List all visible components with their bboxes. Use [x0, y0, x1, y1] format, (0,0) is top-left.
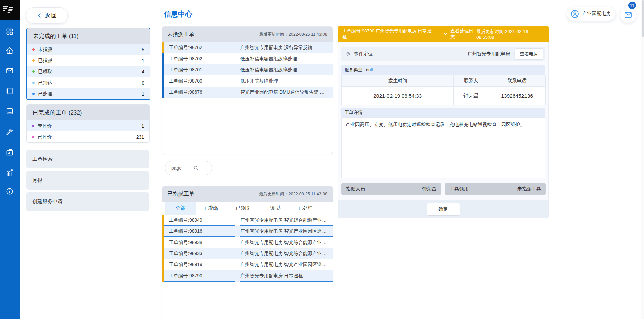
tools-label: 工具领用: [450, 186, 469, 192]
status-filter-row[interactable]: 已领取4: [27, 66, 150, 77]
status-dot: [32, 82, 35, 84]
contact-phone-value: 13926452136: [488, 87, 546, 105]
work-order-id: 工单编号:98919: [164, 259, 235, 270]
status-filter-row[interactable]: 已到达0: [27, 77, 150, 88]
view-process-log-link[interactable]: 查看处理日志: [443, 28, 476, 40]
home-energy-icon[interactable]: [0, 43, 20, 58]
work-order-row[interactable]: 工单编号:98762广州智光专用配电房 运行异常反馈: [162, 42, 333, 53]
confirm-button[interactable]: 确定: [427, 203, 460, 216]
tab-assigned[interactable]: 已指派: [196, 202, 227, 215]
create-service-request-button[interactable]: 创建服务申请: [26, 192, 149, 211]
order-detail-text-box: 产业园高压、专变、低压电房定时巡检检查记录，充电桩充电站巡视检查，园区维护。: [341, 117, 545, 178]
status-filter-row[interactable]: 已处理1: [27, 88, 150, 99]
status-filter-row[interactable]: 已指派1: [27, 55, 150, 66]
detail-footer: 确定: [338, 200, 548, 218]
apps-icon[interactable]: [0, 24, 20, 39]
tab-processed[interactable]: 已处理: [290, 202, 321, 215]
work-order-row[interactable]: 工单编号:98933广州智光专用配电房 智光综合能源产业…: [162, 248, 333, 259]
status-count: 1: [142, 91, 144, 97]
order-detail-label: 工单详情: [345, 109, 362, 116]
unfinished-orders-title: 未完成的工单 (11): [33, 32, 79, 40]
work-order-row[interactable]: 工单编号:98700低压开关故障处理: [162, 75, 333, 87]
status-label: 已到达: [38, 80, 52, 86]
status-count: 5: [142, 47, 144, 52]
work-order-desc: 广州智光专用配电房 智光产业园园区巡…: [240, 259, 333, 270]
tools-pill[interactable]: 工具领用 未指派工具: [445, 183, 546, 195]
work-order-row[interactable]: 工单编号:98949广州智光专用配电房 智光综合能源产业…: [162, 215, 333, 226]
chevron-down-icon: [443, 32, 448, 36]
info-icon[interactable]: [0, 184, 20, 199]
user-avatar-icon: [570, 9, 579, 19]
status-filter-row[interactable]: 已评价231: [27, 131, 149, 142]
last-updated-time: 最后更新时间：2022-08-25 11:43:08: [259, 32, 327, 37]
assignee-label: 指派人员: [346, 186, 365, 192]
occurred-time-value: 2021-02-19 08:54:33: [342, 87, 454, 105]
status-bar: [162, 87, 164, 98]
work-order-desc: 低压补偿电容器组故障处理: [240, 64, 333, 75]
trend-up-icon[interactable]: [0, 165, 20, 180]
order-detail-title: 工单编号:98790 广州智光专用配电房 日常巡检: [342, 28, 432, 40]
status-bar: [162, 75, 164, 87]
contact-person-value: 钟荣昌: [454, 87, 488, 105]
assigned-panel-title: 已指派工单: [167, 191, 194, 198]
order-detail-label-row: 工单详情: [341, 108, 545, 117]
order-last-updated: 最后更新时间:2021-02-19 08:55:08: [476, 29, 544, 40]
page-search-input[interactable]: [171, 165, 190, 171]
status-bar: [162, 42, 164, 53]
tools-value: 未指派工具: [517, 186, 541, 192]
work-order-id: 工单编号:98762: [164, 42, 235, 53]
work-order-id: 工单编号:98702: [164, 53, 235, 64]
user-account-button[interactable]: 产业园配电房: [567, 7, 616, 21]
assignee-value: 钟荣昌: [422, 186, 436, 192]
work-order-row[interactable]: 工单编号:98790广州智光专用配电房 日常巡检: [162, 270, 333, 282]
assignee-pill[interactable]: 指派人员 钟荣昌: [341, 183, 441, 195]
page-title: 信息中心: [164, 9, 192, 19]
status-bar: [162, 270, 164, 282]
status-filter-row[interactable]: 未指派5: [27, 44, 150, 55]
work-order-row[interactable]: 工单编号:98702低压补偿电容器组故障处理: [162, 53, 333, 64]
status-count: 4: [142, 69, 144, 74]
view-power-room-button[interactable]: 查看电房: [515, 48, 543, 60]
col-occurred-time: 发生时间: [342, 75, 454, 87]
work-order-desc: 广州智光专用配电房 智光综合能源产业…: [240, 248, 333, 259]
scrollbar-thumb[interactable]: [642, 0, 644, 37]
work-order-row[interactable]: 工单编号:98916广州智光专用配电房 智光产业园园区巡…: [162, 226, 333, 237]
chart-report-icon[interactable]: [0, 145, 20, 160]
status-dot: [32, 125, 34, 127]
mail-icon[interactable]: [0, 63, 20, 78]
event-location-label: 事件定位: [354, 51, 373, 57]
contact-table-row: 2021-02-19 08:54:33 钟荣昌 13926452136: [342, 87, 546, 105]
work-order-row[interactable]: 工单编号:98938广州智光专用配电房 智光综合能源产业…: [162, 237, 333, 248]
back-label: 返回: [45, 12, 57, 20]
assigned-panel-header: 已指派工单 最后更新时间：2022-08-25 11:43:08: [162, 186, 333, 202]
back-button[interactable]: 返回: [26, 7, 68, 24]
work-order-id: 工单编号:98938: [164, 237, 235, 248]
wrench-icon[interactable]: [0, 125, 20, 139]
unassigned-orders-panel: 未指派工单 最后更新时间：2022-08-25 11:43:08 工单编号:98…: [162, 26, 333, 154]
status-label: 已指派: [38, 58, 52, 64]
tab-claimed[interactable]: 已领取: [227, 202, 259, 215]
work-order-desc: 广州智光专用配电房 运行异常反馈: [240, 42, 333, 53]
task-list-icon[interactable]: [0, 104, 20, 119]
order-detail-text: 产业园高压、专变、低压电房定时巡检检查记录，充电桩充电站巡视检查，园区维护。: [346, 122, 525, 127]
unfinished-orders-header[interactable]: 未完成的工单 (11): [27, 28, 150, 44]
work-order-desc: 低压补偿电容器组故障处理: [240, 53, 333, 64]
tab-arrived[interactable]: 已到达: [259, 202, 290, 215]
tab-all[interactable]: 全部: [165, 202, 196, 215]
work-order-id: 工单编号:98790: [164, 270, 235, 282]
work-order-row[interactable]: 工单编号:98701低压补偿电容器组故障处理: [162, 64, 333, 75]
finished-orders-title: 已完成的工单 (232): [33, 109, 82, 117]
status-filter-row[interactable]: 未评价1: [27, 120, 149, 131]
search-icon[interactable]: [193, 165, 199, 171]
monthly-report-button[interactable]: 月报: [26, 171, 149, 190]
notebook-icon[interactable]: [0, 84, 20, 98]
work-order-row[interactable]: 工单编号:98676智光产业园配电房 DMU通信异常告警 …: [162, 87, 333, 98]
app-root: 返回 未完成的工单 (11) 未指派5 已指派1 已领取4 已到达0 已处理1 …: [0, 0, 644, 319]
finished-orders-header[interactable]: 已完成的工单 (232): [27, 105, 149, 120]
work-order-row[interactable]: 工单编号:98919广州智光专用配电房 智光产业园园区巡…: [162, 259, 333, 270]
work-order-desc: 广州智光专用配电房 日常巡检: [240, 270, 333, 282]
page-scrollbar: [641, 0, 644, 319]
work-order-desc: 广州智光专用配电房 智光产业园园区巡…: [240, 226, 333, 237]
unassigned-panel-title: 未指派工单: [167, 31, 194, 38]
order-search-button[interactable]: 工单检索: [26, 150, 149, 168]
